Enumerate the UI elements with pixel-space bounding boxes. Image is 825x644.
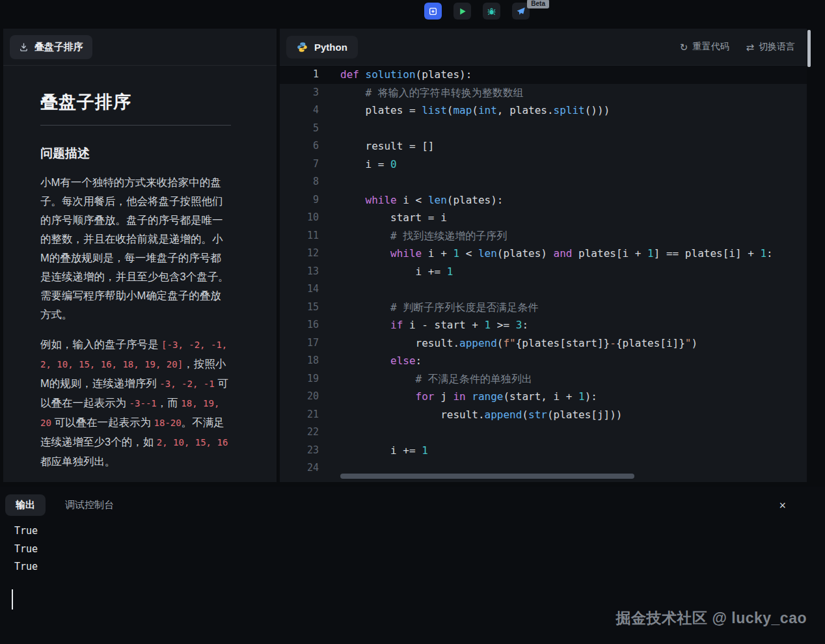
code-lines: 1def solution(plates):3 # 将输入的字符串转换为整数数组… bbox=[280, 66, 807, 477]
paragraph-text: ，而 bbox=[157, 397, 182, 409]
code-line[interactable]: 13 i += 1 bbox=[280, 263, 807, 281]
code-line[interactable]: 22 bbox=[280, 423, 807, 442]
line-number: 8 bbox=[280, 173, 319, 191]
code-line[interactable]: 10 start = i bbox=[280, 209, 807, 227]
tab-debug-console[interactable]: 调试控制台 bbox=[65, 499, 114, 511]
line-number: 12 bbox=[280, 245, 319, 263]
problem-panel: 叠盘子排序 叠盘子排序 问题描述 小M有一个独特的方式来收拾家中的盘子。每次用餐… bbox=[3, 29, 277, 482]
line-number: 17 bbox=[280, 334, 319, 353]
problem-tab[interactable]: 叠盘子排序 bbox=[10, 35, 92, 59]
code-line-text: plates = list(map(int, plates.split())) bbox=[340, 101, 610, 120]
play-icon bbox=[457, 7, 467, 16]
inline-code: -3, -2, -1 bbox=[159, 379, 214, 389]
line-number: 6 bbox=[280, 137, 319, 155]
title-divider bbox=[40, 125, 231, 126]
output-line: True bbox=[14, 558, 825, 576]
code-line[interactable]: 4 plates = list(map(int, plates.split())… bbox=[280, 101, 807, 120]
code-line[interactable]: 12 while i + 1 < len(plates) and plates[… bbox=[280, 245, 807, 263]
code-line[interactable]: 15 # 判断子序列长度是否满足条件 bbox=[280, 299, 807, 317]
code-line-text: while i + 1 < len(plates) and plates[i +… bbox=[340, 245, 773, 263]
code-line[interactable]: 18 else: bbox=[280, 352, 807, 370]
paragraph-text: 可以叠在一起表示为 bbox=[51, 416, 154, 428]
paragraph-text: 例如，输入的盘子序号是 bbox=[40, 338, 161, 350]
app: { "topbar": { "beta_label": "Beta" }, "i… bbox=[0, 0, 825, 644]
code-line[interactable]: 3 # 将输入的字符串转换为整数数组 bbox=[280, 84, 807, 102]
line-number: 15 bbox=[280, 299, 319, 317]
code-line-text: # 找到连续递增的子序列 bbox=[340, 227, 507, 245]
switch-language-button[interactable]: ⇄ 切换语言 bbox=[746, 41, 795, 53]
line-number: 5 bbox=[280, 120, 319, 138]
code-line-text: result.append(str(plates[j])) bbox=[340, 406, 623, 424]
code-line[interactable]: 17 result.append(f"{plates[start]}-{plat… bbox=[280, 334, 807, 353]
problem-paragraph-1: 小M有一个独特的方式来收拾家中的盘子。每次用餐后，他会将盘子按照他们的序号顺序叠… bbox=[40, 173, 231, 324]
code-line-text: start = i bbox=[340, 209, 447, 227]
code-line[interactable]: 5 bbox=[280, 120, 807, 138]
code-line[interactable]: 7 i = 0 bbox=[280, 155, 807, 174]
line-number: 14 bbox=[280, 280, 319, 299]
console-text-caret bbox=[12, 589, 13, 610]
output-line: True bbox=[14, 541, 825, 559]
code-editor[interactable]: 1def solution(plates):3 # 将输入的字符串转换为整数数组… bbox=[280, 66, 807, 482]
code-line[interactable]: 14 bbox=[280, 280, 807, 299]
line-number: 20 bbox=[280, 388, 319, 406]
code-line[interactable]: 8 bbox=[280, 173, 807, 191]
download-icon bbox=[19, 42, 29, 52]
debug-button[interactable] bbox=[483, 3, 500, 20]
code-line[interactable]: 1def solution(plates): bbox=[280, 66, 807, 84]
code-line[interactable]: 16 if i - start + 1 >= 3: bbox=[280, 316, 807, 334]
tab-output[interactable]: 输出 bbox=[5, 494, 46, 516]
run-button[interactable] bbox=[453, 3, 471, 20]
code-line-text: i += 1 bbox=[340, 442, 428, 460]
paper-plane-icon bbox=[516, 7, 526, 16]
swap-icon: ⇄ bbox=[746, 42, 754, 52]
editor-header: Python ↻ 重置代码 ⇄ 切换语言 bbox=[280, 29, 807, 66]
language-selector[interactable]: Python bbox=[286, 36, 358, 59]
code-line[interactable]: 21 result.append(str(plates[j])) bbox=[280, 406, 807, 424]
code-line[interactable]: 11 # 找到连续递增的子序列 bbox=[280, 227, 807, 245]
plus-square-icon bbox=[428, 7, 438, 16]
section-heading: 问题描述 bbox=[40, 145, 231, 162]
console-header: 输出 调试控制台 × bbox=[0, 487, 825, 516]
line-number: 22 bbox=[280, 423, 319, 442]
editor-horizontal-scrollbar[interactable] bbox=[340, 474, 634, 479]
problem-paragraph-2: 例如，输入的盘子序号是 [-3, -2, -1, 2, 10, 15, 16, … bbox=[40, 335, 231, 471]
panel-add-button[interactable] bbox=[424, 3, 442, 20]
line-number: 11 bbox=[280, 227, 319, 245]
code-line-text: # 将输入的字符串转换为整数数组 bbox=[340, 84, 524, 102]
code-line-text: result = [] bbox=[340, 137, 435, 155]
language-label: Python bbox=[314, 42, 347, 53]
console-panel: 输出 调试控制台 × TrueTrueTrue 掘金技术社区 @ lucky_c… bbox=[0, 487, 825, 644]
line-number: 19 bbox=[280, 370, 319, 388]
inline-code: 18-20 bbox=[154, 418, 182, 428]
code-line[interactable]: 23 i += 1 bbox=[280, 442, 807, 460]
watermark: 掘金技术社区 @ lucky_cao bbox=[616, 608, 807, 628]
close-icon[interactable]: × bbox=[779, 500, 786, 511]
refresh-icon: ↻ bbox=[680, 42, 688, 52]
editor-panel: Python ↻ 重置代码 ⇄ 切换语言 1def solution(plate… bbox=[280, 29, 807, 482]
code-line[interactable]: 19 # 不满足条件的单独列出 bbox=[280, 370, 807, 388]
reset-code-label: 重置代码 bbox=[692, 41, 729, 53]
console-output[interactable]: TrueTrueTrue bbox=[14, 522, 825, 576]
editor-actions: ↻ 重置代码 ⇄ 切换语言 bbox=[680, 41, 795, 53]
line-number: 18 bbox=[280, 352, 319, 370]
switch-language-label: 切换语言 bbox=[759, 41, 795, 53]
code-line-text: for j in range(start, i + 1): bbox=[340, 388, 597, 406]
paragraph-text: 都应单独列出。 bbox=[40, 455, 116, 467]
line-number: 24 bbox=[280, 459, 319, 477]
problem-panel-header: 叠盘子排序 bbox=[3, 29, 277, 66]
code-line-text: if i - start + 1 >= 3: bbox=[340, 316, 528, 334]
vertical-scrollbar-thumb[interactable] bbox=[807, 30, 811, 67]
output-line: True bbox=[14, 522, 825, 541]
line-number: 7 bbox=[280, 155, 319, 174]
inline-code: 2, 10, 15, 16 bbox=[157, 437, 228, 448]
beta-badge: Beta bbox=[527, 0, 549, 8]
code-line[interactable]: 9 while i < len(plates): bbox=[280, 191, 807, 209]
line-number: 23 bbox=[280, 442, 319, 460]
reset-code-button[interactable]: ↻ 重置代码 bbox=[680, 41, 729, 53]
code-line-text: else: bbox=[340, 352, 422, 370]
inline-code: -3--1 bbox=[129, 398, 157, 409]
bug-icon bbox=[487, 7, 496, 16]
code-line[interactable]: 20 for j in range(start, i + 1): bbox=[280, 388, 807, 406]
code-line[interactable]: 6 result = [] bbox=[280, 137, 807, 155]
code-line-text: while i < len(plates): bbox=[340, 191, 503, 209]
